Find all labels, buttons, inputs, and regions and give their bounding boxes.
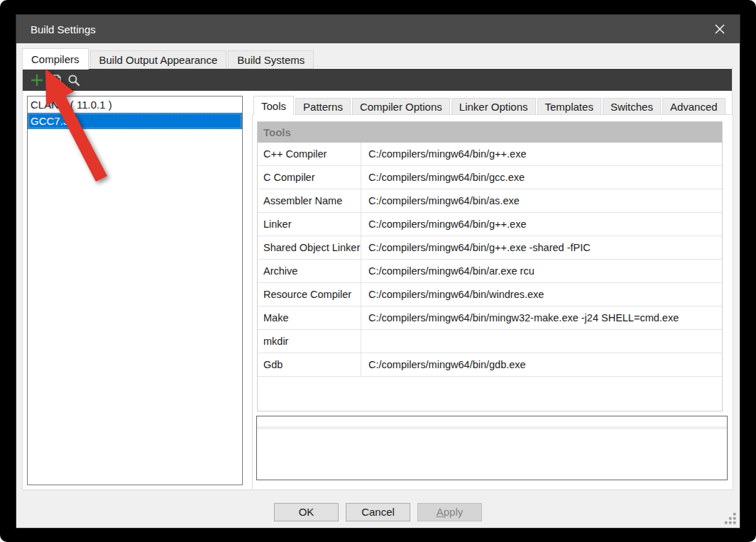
tool-name-cell: Shared Object Linker xyxy=(258,236,361,259)
build-settings-dialog: Build Settings Compilers Build Output Ap… xyxy=(16,14,740,529)
compiler-list-item-clang[interactable]: CLANG ( 11.0.1 ) xyxy=(28,96,242,113)
notes-panel[interactable] xyxy=(256,416,728,480)
tab-build-systems[interactable]: Build Systems xyxy=(228,50,314,69)
tools-table: Tools C++ Compiler C:/compilers/mingw64/… xyxy=(257,121,723,411)
plus-icon xyxy=(30,73,44,87)
tool-name-cell: C Compiler xyxy=(258,166,361,189)
tools-table-header: Tools xyxy=(258,122,722,143)
apply-label-rest: pply xyxy=(444,506,464,518)
tab-advanced[interactable]: Advanced xyxy=(662,98,725,114)
tab-label: Patterns xyxy=(303,101,343,113)
apply-label-initial: A xyxy=(437,506,444,518)
tab-label: Build Systems xyxy=(237,54,305,66)
table-row[interactable]: Shared Object Linker C:/compilers/mingw6… xyxy=(258,236,722,260)
table-row[interactable]: Assembler Name C:/compilers/mingw64/bin/… xyxy=(258,189,722,213)
ok-button[interactable]: OK xyxy=(274,503,339,521)
tab-tools[interactable]: Tools xyxy=(253,96,294,115)
tab-templates[interactable]: Templates xyxy=(537,98,601,114)
compiler-list-item-gcc[interactable]: GCC7.3.0 xyxy=(28,113,242,129)
clone-compiler-button[interactable] xyxy=(46,71,65,89)
tool-name-cell: Resource Compiler xyxy=(258,283,361,306)
compiler-label: CLANG ( 11.0.1 ) xyxy=(31,99,112,111)
table-row[interactable]: Archive C:/compilers/mingw64/bin/ar.exe … xyxy=(258,260,722,283)
title-bar[interactable]: Build Settings xyxy=(16,15,740,43)
table-row[interactable]: mkdir xyxy=(258,330,722,353)
tool-value-cell[interactable] xyxy=(361,330,722,353)
tab-linker-options[interactable]: Linker Options xyxy=(451,98,536,114)
tab-compilers[interactable]: Compilers xyxy=(22,48,89,70)
table-row[interactable]: C Compiler C:/compilers/mingw64/bin/gcc.… xyxy=(258,166,722,189)
tab-switches[interactable]: Switches xyxy=(603,98,661,114)
tool-value-cell[interactable]: C:/compilers/mingw64/bin/g++.exe xyxy=(361,213,722,236)
tool-name-cell: Assembler Name xyxy=(258,189,361,212)
compilers-page: CLANG ( 11.0.1 ) GCC7.3.0 Tools Patterns… xyxy=(22,67,733,490)
close-icon xyxy=(715,24,725,34)
tab-label: Compilers xyxy=(31,53,80,65)
dialog-title: Build Settings xyxy=(31,23,96,35)
tab-label: Templates xyxy=(545,101,593,113)
copy-icon xyxy=(48,73,62,87)
tools-header-label: Tools xyxy=(263,126,291,138)
tool-value-cell[interactable]: C:/compilers/mingw64/bin/gdb.exe xyxy=(361,353,722,376)
screen-shadow: Build Settings Compilers Build Output Ap… xyxy=(0,0,756,542)
compiler-list: CLANG ( 11.0.1 ) GCC7.3.0 xyxy=(27,96,243,485)
tool-name-cell: Make xyxy=(258,306,361,329)
tab-label: Linker Options xyxy=(459,101,528,113)
resize-grip[interactable] xyxy=(725,513,736,524)
close-button[interactable] xyxy=(704,15,735,43)
tab-label: Switches xyxy=(610,101,653,113)
notes-panel-row xyxy=(257,416,727,429)
table-row[interactable]: C++ Compiler C:/compilers/mingw64/bin/g+… xyxy=(258,143,722,166)
tab-label: Tools xyxy=(261,100,286,112)
scan-compilers-button[interactable] xyxy=(65,71,83,89)
tab-label: Compiler Options xyxy=(360,101,442,113)
tool-name-cell: Gdb xyxy=(258,353,361,376)
table-row[interactable]: Gdb C:/compilers/mingw64/bin/gdb.exe xyxy=(258,353,722,377)
table-row[interactable]: Resource Compiler C:/compilers/mingw64/b… xyxy=(258,283,722,306)
apply-button[interactable]: Apply xyxy=(417,503,482,521)
tab-label: Advanced xyxy=(670,101,718,113)
search-icon xyxy=(67,73,81,87)
table-row[interactable]: Make C:/compilers/mingw64/bin/mingw32-ma… xyxy=(258,306,722,330)
tool-value-cell[interactable]: C:/compilers/mingw64/bin/as.exe xyxy=(361,189,722,212)
cancel-button[interactable]: Cancel xyxy=(346,503,410,521)
tool-value-cell[interactable]: C:/compilers/mingw64/bin/g++.exe -shared… xyxy=(361,236,722,259)
tool-name-cell: mkdir xyxy=(258,330,361,353)
tool-name-cell: Archive xyxy=(258,260,361,282)
tool-value-cell[interactable]: C:/compilers/mingw64/bin/gcc.exe xyxy=(361,166,722,189)
tool-value-cell[interactable]: C:/compilers/mingw64/bin/windres.exe xyxy=(361,283,722,306)
table-row[interactable]: Linker C:/compilers/mingw64/bin/g++.exe xyxy=(258,213,722,236)
tool-value-cell[interactable]: C:/compilers/mingw64/bin/g++.exe xyxy=(361,143,722,165)
compiler-label: GCC7.3.0 xyxy=(31,115,78,127)
tab-compiler-options[interactable]: Compiler Options xyxy=(352,98,450,114)
tab-build-output-appearance[interactable]: Build Output Appearance xyxy=(90,50,227,69)
tab-label: Build Output Appearance xyxy=(99,54,218,66)
add-compiler-button[interactable] xyxy=(28,71,46,89)
tools-panel: Tools C++ Compiler C:/compilers/mingw64/… xyxy=(252,114,733,490)
tool-value-cell[interactable]: C:/compilers/mingw64/bin/mingw32-make.ex… xyxy=(361,306,722,329)
tool-name-cell: Linker xyxy=(258,213,361,236)
compiler-toolbar xyxy=(23,69,732,91)
compiler-settings-tab-bar: Tools Patterns Compiler Options Linker O… xyxy=(253,96,727,115)
tab-patterns[interactable]: Patterns xyxy=(295,98,351,114)
main-tab-bar: Compilers Build Output Appearance Build … xyxy=(22,48,315,70)
tool-value-cell[interactable]: C:/compilers/mingw64/bin/ar.exe rcu xyxy=(361,260,722,282)
tool-name-cell: C++ Compiler xyxy=(258,143,361,165)
